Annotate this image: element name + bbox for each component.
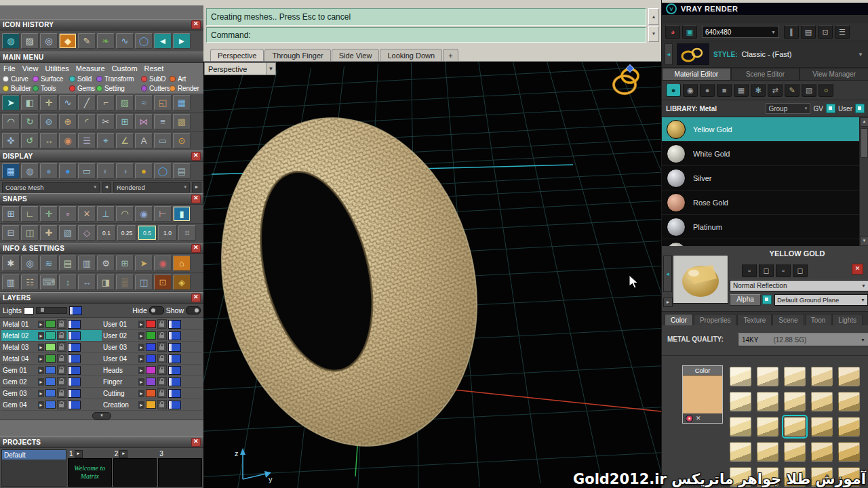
menu-item-tools[interactable]: Tools bbox=[33, 83, 69, 93]
resolution-dropdown[interactable]: 640x480 ▼ bbox=[702, 26, 779, 38]
layer-expand-icon[interactable]: ► bbox=[138, 401, 144, 409]
snap-intersect-icon[interactable]: ✕ bbox=[78, 206, 96, 222]
diamond-panel-icon[interactable]: ◈ bbox=[173, 274, 191, 290]
menu-item-transform[interactable]: Transform bbox=[96, 74, 141, 83]
render-list-icon[interactable]: ☰ bbox=[835, 25, 850, 39]
gold-swatch-cube[interactable] bbox=[730, 417, 751, 436]
pause-render-icon[interactable]: ∥ bbox=[784, 25, 799, 39]
layer-lock-icon[interactable] bbox=[57, 377, 66, 386]
layer-lock-icon[interactable] bbox=[157, 388, 167, 398]
clear-color-icon[interactable]: ✕ bbox=[696, 415, 701, 422]
gold-swatch-cube[interactable] bbox=[757, 367, 778, 386]
close-icon[interactable]: ✕ bbox=[191, 20, 201, 29]
slot-next-icon[interactable]: ► bbox=[119, 450, 127, 458]
snap-perp-icon[interactable]: ⊥ bbox=[97, 206, 115, 222]
preview-checker-icon[interactable]: ▫ bbox=[742, 264, 757, 277]
layer-row-user-02[interactable]: User 02► bbox=[102, 330, 202, 342]
menu-utilities[interactable]: Utilities bbox=[45, 64, 68, 73]
horizontal-arrows-icon[interactable]: ↔ bbox=[78, 274, 96, 290]
preview-grid-icon[interactable]: ◻ bbox=[759, 264, 774, 277]
curve-tool-icon[interactable]: ∿ bbox=[59, 95, 77, 110]
gold-swatch-cube[interactable] bbox=[784, 392, 806, 411]
rows-panel-icon[interactable]: ▥ bbox=[2, 274, 20, 290]
gold-swatch-cube[interactable] bbox=[784, 367, 806, 386]
material-mode-icon[interactable]: ● bbox=[666, 83, 681, 97]
tab-plus[interactable]: + bbox=[443, 49, 458, 61]
array-tool-icon[interactable]: ⊞ bbox=[116, 114, 134, 129]
gold-swatch-cube[interactable] bbox=[811, 367, 833, 386]
layer-lock-icon[interactable] bbox=[157, 400, 167, 409]
gold-swatch-cube[interactable] bbox=[730, 392, 751, 411]
leaf-tool-icon[interactable]: ❧ bbox=[97, 33, 115, 49]
preview-scene-icon[interactable]: ▫ bbox=[776, 264, 791, 277]
layer-row-heads[interactable]: Heads► bbox=[102, 365, 202, 376]
tab-through-finger[interactable]: Through Finger bbox=[264, 49, 330, 61]
layer-visibility-toggle[interactable] bbox=[168, 331, 181, 340]
menu-reset[interactable]: Reset bbox=[144, 64, 164, 73]
scroll-down-icon[interactable]: ▼ bbox=[860, 237, 868, 246]
snap-value-1-0[interactable]: 1.0 bbox=[158, 225, 177, 241]
gold-swatch-cube[interactable] bbox=[784, 417, 806, 436]
layer-expand-icon[interactable]: ► bbox=[138, 355, 144, 363]
gold-sphere-icon[interactable]: ● bbox=[135, 163, 153, 179]
layer-row-gem-01[interactable]: Gem 01► bbox=[1, 365, 102, 376]
close-icon[interactable]: ✕ bbox=[191, 195, 201, 203]
tab-texture[interactable]: Texture bbox=[737, 314, 772, 325]
reflection-dropdown[interactable]: Normal Reflection ▼ bbox=[730, 280, 868, 291]
menu-item-art[interactable]: Art bbox=[170, 74, 193, 83]
surface-corner-icon[interactable]: ◧ bbox=[21, 95, 39, 110]
menu-file[interactable]: File bbox=[3, 64, 16, 73]
ground-plane-dropdown[interactable]: Default Ground Plane ▼ bbox=[774, 294, 868, 306]
snap-near-icon[interactable]: ⊢ bbox=[154, 206, 172, 222]
layer-visibility-toggle[interactable] bbox=[68, 366, 81, 375]
viewport-canvas[interactable]: z y bbox=[203, 62, 661, 488]
menu-item-surface[interactable]: Surface bbox=[33, 74, 69, 83]
show-toggle[interactable] bbox=[186, 306, 201, 314]
plane-preview-icon[interactable]: ■ bbox=[717, 83, 732, 97]
snowflake-icon[interactable]: ✻ bbox=[751, 83, 766, 97]
layer-lock-icon[interactable] bbox=[57, 365, 66, 375]
line-tool-icon[interactable]: ╱ bbox=[78, 95, 96, 110]
gold-swatch-cube[interactable] bbox=[757, 417, 778, 436]
layer-color-swatch[interactable] bbox=[45, 320, 56, 328]
list-panel-icon[interactable]: ▤ bbox=[59, 256, 77, 271]
preview-refresh-icon[interactable]: ◻ bbox=[793, 264, 808, 277]
layer-visibility-toggle[interactable] bbox=[68, 389, 81, 398]
rotate-tool-icon[interactable]: ↺ bbox=[21, 133, 39, 148]
sweep-tool-icon[interactable]: ◎ bbox=[40, 33, 58, 49]
layer-color-swatch[interactable] bbox=[45, 331, 56, 340]
mesh-tool-icon[interactable]: ▦ bbox=[173, 95, 191, 110]
smarttrack-icon[interactable]: ◇ bbox=[78, 225, 96, 241]
layer-color-swatch[interactable] bbox=[146, 343, 156, 351]
layer-lock-icon[interactable] bbox=[157, 331, 167, 340]
gold-swatch-cube[interactable] bbox=[811, 417, 833, 436]
scroll-up-icon[interactable]: ▲ bbox=[860, 117, 868, 127]
tab-material-editor[interactable]: Material Editor bbox=[662, 68, 731, 81]
render-region-icon[interactable]: ▣ bbox=[682, 25, 697, 39]
osnap-tool-icon[interactable]: ⊙ bbox=[173, 133, 191, 148]
layer-expand-icon[interactable]: ► bbox=[38, 344, 44, 351]
layer-visibility-toggle[interactable] bbox=[168, 389, 181, 398]
view-mode-dropdown[interactable]: Perspective ▼ bbox=[204, 62, 276, 75]
layer-row-finger[interactable]: Finger► bbox=[102, 376, 202, 388]
layer-row-gem-04[interactable]: Gem 04► bbox=[1, 399, 102, 411]
panel-display-icon[interactable]: ▤ bbox=[173, 163, 191, 179]
layer-expand-icon[interactable]: ► bbox=[138, 344, 144, 351]
wireframe-sphere-icon[interactable]: ◍ bbox=[21, 163, 39, 179]
align-tool-icon[interactable]: ☰ bbox=[78, 133, 96, 148]
snap-project-icon[interactable]: ▮ bbox=[173, 206, 191, 222]
tab-perspective[interactable]: Perspective bbox=[210, 49, 264, 62]
display-next-icon[interactable]: ► bbox=[192, 182, 201, 192]
layer-visibility-toggle[interactable] bbox=[68, 378, 81, 386]
layer-row-cutting[interactable]: Cutting► bbox=[102, 388, 202, 399]
layer-color-swatch[interactable] bbox=[146, 401, 156, 409]
snap-value-0-1[interactable]: 0.1 bbox=[97, 225, 116, 241]
layer-visibility-toggle[interactable] bbox=[168, 378, 181, 386]
gumball-tool-icon[interactable]: ◉ bbox=[59, 133, 77, 148]
layer-lock-icon[interactable] bbox=[57, 331, 66, 340]
keyboard-icon[interactable]: ⌨ bbox=[40, 274, 58, 290]
mirror-tool-icon[interactable]: ⋈ bbox=[135, 114, 153, 129]
close-icon[interactable]: ✕ bbox=[191, 293, 201, 302]
close-icon[interactable]: ✕ bbox=[191, 244, 201, 253]
menu-item-cutters[interactable]: Cutters bbox=[141, 83, 170, 93]
